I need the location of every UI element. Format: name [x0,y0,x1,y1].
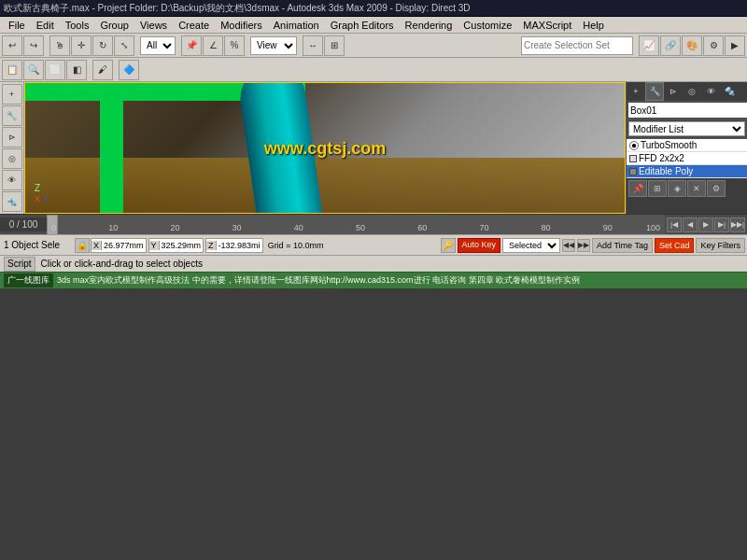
make-unique-btn[interactable]: ◈ [668,180,686,197]
tick-40: 40 [294,223,303,232]
modifier-list-dropdown[interactable]: Modifier List [628,121,745,136]
menu-views[interactable]: Views [135,19,172,32]
viewport[interactable]: ▶ www.cgtsj.com Z X Y [24,82,626,214]
select-button[interactable]: 🖱 [49,35,70,56]
turbosmooth-visibility[interactable]: ● [629,141,639,150]
title-text: 欧式新古典椅子.max - Project Folder: D:\Backup\… [4,2,471,15]
angle-snap-button[interactable]: ∠ [203,35,223,56]
y-label: Y [149,241,160,250]
bottom-text: 3ds max室内欧式模型制作高级技法 中的需要，详情请登陆一线图库网站http… [57,274,580,287]
play-btn[interactable]: ▶ [698,217,713,232]
motion-panel-btn[interactable]: ◎ [2,148,22,169]
move-button[interactable]: ✛ [71,35,92,56]
menu-file[interactable]: File [4,19,30,32]
next-key-btn[interactable]: ▶▶ [577,239,590,252]
render-setup-button[interactable]: ⚙ [703,35,724,56]
redo-button[interactable]: ↪ [23,35,44,56]
menu-rendering[interactable]: Rendering [401,19,458,32]
frame-counter: 0 / 100 [0,217,47,231]
pin-stack-btn[interactable]: 📌 [628,180,647,197]
ffd-label: FFD 2x2x2 [639,153,684,163]
create-panel-btn[interactable]: + [2,84,22,105]
render-button[interactable]: ▶ [725,35,745,56]
select-by-name-button[interactable]: 🔍 [23,60,44,80]
material-editor-button[interactable]: 🎨 [682,35,702,56]
timeline-area: 0 / 100 0 10 20 30 40 50 60 70 80 90 100… [0,214,747,234]
modifier-ffd[interactable]: FFD 2x2x2 [627,152,747,165]
mirror-button[interactable]: ↔ [303,35,323,56]
auto-key-button[interactable]: Auto Key [458,238,501,253]
menu-edit[interactable]: Edit [32,19,59,32]
main-content: + 🔧 ⊳ ◎ 👁 🔩 ▶ [0,82,747,214]
utilities-panel-btn[interactable]: 🔩 [2,191,22,212]
menu-help[interactable]: Help [578,19,609,32]
go-to-end-btn[interactable]: ▶▶| [730,217,745,232]
prev-frame-btn[interactable]: ◀ [683,217,698,232]
turbosmooth-label: TurboSmooth [641,140,697,150]
menu-create[interactable]: Create [174,19,214,32]
modify-panel-btn[interactable]: 🔧 [2,105,22,126]
set-key-button[interactable]: Set Cad [655,238,695,253]
view-dropdown[interactable]: View [250,36,297,55]
hierarchy-tab[interactable]: ⊳ [664,82,683,101]
filter-dropdown[interactable]: All [140,36,176,55]
percent-snap-button[interactable]: % [224,35,245,56]
utility-tab[interactable]: 🔩 [720,82,739,101]
go-to-start-btn[interactable]: |◀ [667,217,682,232]
add-time-tag-button[interactable]: Add Time Tag [592,238,653,253]
rotate-button[interactable]: ↻ [92,35,113,56]
viewport-scene: ▶ www.cgtsj.com Z X Y [25,83,625,213]
menu-graph-editors[interactable]: Graph Editors [326,19,399,32]
selected-dropdown[interactable]: Selected [502,238,560,253]
x-value: 26.977mm [102,241,146,250]
modify-tab[interactable]: 🔧 [645,82,664,101]
menu-tools[interactable]: Tools [61,19,94,32]
schematic-button[interactable]: 🔗 [660,35,681,56]
tick-20: 20 [170,223,179,232]
configure-modifier-btn[interactable]: ⚙ [707,180,726,197]
snap-toggle-button[interactable]: 📌 [181,35,202,56]
create-selection-set-input[interactable] [521,36,633,55]
z-value: -132.983mi [217,241,262,250]
menu-customize[interactable]: Customize [458,19,516,32]
menu-animation[interactable]: Animation [269,19,324,32]
tick-50: 50 [356,223,365,232]
show-end-result-btn[interactable]: ⊞ [648,180,667,197]
hierarchy-panel-btn[interactable]: ⊳ [2,127,22,147]
tick-100: 100 [646,223,660,232]
ffd-box [629,155,637,162]
prev-key-btn[interactable]: ◀◀ [562,239,575,252]
next-frame-btn[interactable]: ▶| [714,217,729,232]
window-crossing-button[interactable]: ◧ [66,60,87,80]
curve-editor-button[interactable]: 📈 [639,35,659,56]
menu-modifiers[interactable]: Modifiers [216,19,267,32]
paint-selection-button[interactable]: 🖌 [92,60,113,80]
layer-manager-button[interactable]: 📋 [2,60,22,80]
menu-group[interactable]: Group [95,19,134,32]
lock-button[interactable]: 🔒 [75,238,90,253]
left-toolbar: + 🔧 ⊳ ◎ 👁 🔩 [0,82,24,214]
key-icon-button[interactable]: 🔑 [441,238,456,253]
modifier-editable-poly[interactable]: Editable Poly [627,165,747,178]
sub-object-button[interactable]: 🔷 [119,60,139,80]
timeline-track[interactable]: 0 10 20 30 40 50 60 70 80 90 100 [47,215,665,234]
modifier-turbosmooth[interactable]: ● TurboSmooth [627,139,747,152]
undo-button[interactable]: ↩ [2,35,22,56]
motion-tab[interactable]: ◎ [683,82,701,101]
right-panel: + 🔧 ⊳ ◎ 👁 🔩 Modifier List ● TurboSmooth [626,82,747,214]
display-tab[interactable]: 👁 [701,82,720,101]
create-tab[interactable]: + [627,82,645,101]
panel-tabs: + 🔧 ⊳ ◎ 👁 🔩 [627,82,747,102]
display-panel-btn[interactable]: 👁 [2,170,22,190]
script-label[interactable]: Script [4,257,35,272]
tick-60: 60 [417,223,427,232]
select-region-button[interactable]: ⬜ [45,60,65,80]
editpoly-label: Editable Poly [639,166,693,176]
key-filters-button[interactable]: Key Filters [696,238,745,253]
menu-maxscript[interactable]: MAXScript [518,19,576,32]
scale-button[interactable]: ⤡ [114,35,134,56]
object-name-input[interactable] [628,103,747,118]
remove-modifier-btn[interactable]: ✕ [687,180,706,197]
sub-toolbar: 📋 🔍 ⬜ ◧ 🖌 🔷 [0,58,747,82]
align-button[interactable]: ⊞ [324,35,345,56]
